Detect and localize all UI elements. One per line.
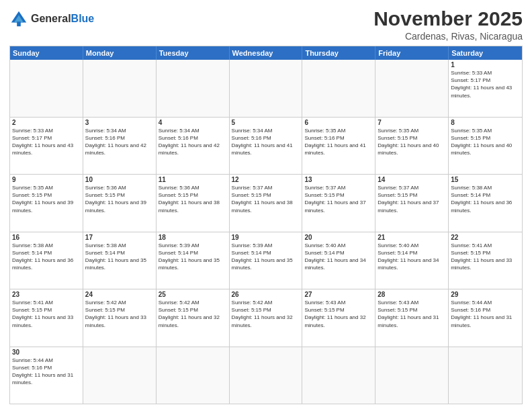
day-number: 5 bbox=[232, 119, 300, 126]
cal-cell: 12Sunrise: 5:37 AM Sunset: 5:15 PM Dayli… bbox=[230, 175, 303, 232]
cal-cell bbox=[230, 347, 303, 404]
day-info: Sunrise: 5:35 AM Sunset: 5:15 PM Dayligh… bbox=[451, 127, 520, 157]
main-title: November 2025 bbox=[373, 7, 523, 31]
cal-cell: 4Sunrise: 5:34 AM Sunset: 5:16 PM Daylig… bbox=[157, 118, 230, 175]
logo-icon bbox=[9, 9, 28, 28]
logo: GeneralBlue bbox=[9, 9, 94, 28]
day-number: 23 bbox=[12, 291, 81, 298]
day-number: 14 bbox=[378, 176, 446, 183]
day-info: Sunrise: 5:37 AM Sunset: 5:15 PM Dayligh… bbox=[304, 184, 373, 214]
calendar: SundayMondayTuesdayWednesdayThursdayFrid… bbox=[9, 46, 523, 404]
day-number: 8 bbox=[451, 119, 520, 126]
cal-header-friday: Friday bbox=[375, 46, 449, 60]
cal-week-3: 9Sunrise: 5:35 AM Sunset: 5:15 PM Daylig… bbox=[10, 175, 522, 232]
day-number: 18 bbox=[159, 234, 227, 241]
cal-week-6: 30Sunrise: 5:44 AM Sunset: 5:16 PM Dayli… bbox=[10, 347, 522, 404]
cal-cell: 27Sunrise: 5:43 AM Sunset: 5:15 PM Dayli… bbox=[302, 289, 375, 347]
cal-cell: 18Sunrise: 5:39 AM Sunset: 5:14 PM Dayli… bbox=[157, 232, 230, 289]
cal-cell bbox=[302, 60, 375, 117]
cal-cell: 25Sunrise: 5:42 AM Sunset: 5:15 PM Dayli… bbox=[157, 289, 230, 347]
day-number: 12 bbox=[232, 176, 300, 183]
cal-cell: 11Sunrise: 5:36 AM Sunset: 5:15 PM Dayli… bbox=[157, 175, 230, 232]
day-info: Sunrise: 5:35 AM Sunset: 5:16 PM Dayligh… bbox=[304, 127, 373, 157]
day-number: 24 bbox=[85, 291, 154, 298]
cal-cell: 19Sunrise: 5:39 AM Sunset: 5:14 PM Dayli… bbox=[230, 232, 303, 289]
day-info: Sunrise: 5:44 AM Sunset: 5:16 PM Dayligh… bbox=[451, 299, 520, 329]
cal-cell bbox=[10, 60, 83, 117]
day-number: 3 bbox=[85, 119, 154, 126]
cal-cell bbox=[449, 347, 522, 404]
day-info: Sunrise: 5:38 AM Sunset: 5:14 PM Dayligh… bbox=[451, 184, 520, 214]
day-info: Sunrise: 5:38 AM Sunset: 5:14 PM Dayligh… bbox=[12, 242, 81, 272]
day-info: Sunrise: 5:34 AM Sunset: 5:16 PM Dayligh… bbox=[159, 127, 227, 157]
cal-cell: 17Sunrise: 5:38 AM Sunset: 5:14 PM Dayli… bbox=[83, 232, 157, 289]
day-info: Sunrise: 5:35 AM Sunset: 5:15 PM Dayligh… bbox=[378, 127, 446, 157]
cal-week-4: 16Sunrise: 5:38 AM Sunset: 5:14 PM Dayli… bbox=[10, 232, 522, 290]
logo-text: GeneralBlue bbox=[31, 13, 94, 25]
cal-cell: 28Sunrise: 5:43 AM Sunset: 5:15 PM Dayli… bbox=[375, 289, 449, 347]
day-info: Sunrise: 5:37 AM Sunset: 5:15 PM Dayligh… bbox=[378, 184, 446, 214]
day-number: 4 bbox=[159, 119, 227, 126]
cal-cell: 24Sunrise: 5:42 AM Sunset: 5:15 PM Dayli… bbox=[83, 289, 157, 347]
cal-header-tuesday: Tuesday bbox=[157, 46, 230, 60]
cal-cell: 14Sunrise: 5:37 AM Sunset: 5:15 PM Dayli… bbox=[375, 175, 449, 232]
cal-header-thursday: Thursday bbox=[302, 46, 375, 60]
day-number: 28 bbox=[378, 291, 446, 298]
day-info: Sunrise: 5:38 AM Sunset: 5:14 PM Dayligh… bbox=[85, 242, 154, 272]
cal-cell bbox=[375, 347, 449, 404]
day-number: 17 bbox=[85, 234, 154, 241]
day-info: Sunrise: 5:44 AM Sunset: 5:16 PM Dayligh… bbox=[12, 357, 81, 387]
cal-header-sunday: Sunday bbox=[10, 46, 83, 60]
cal-week-5: 23Sunrise: 5:41 AM Sunset: 5:15 PM Dayli… bbox=[10, 289, 522, 347]
cal-cell bbox=[83, 347, 157, 404]
day-info: Sunrise: 5:41 AM Sunset: 5:15 PM Dayligh… bbox=[12, 299, 81, 329]
day-info: Sunrise: 5:41 AM Sunset: 5:15 PM Dayligh… bbox=[451, 242, 520, 272]
day-number: 6 bbox=[304, 119, 373, 126]
day-number: 2 bbox=[12, 119, 81, 126]
day-number: 20 bbox=[304, 234, 373, 241]
cal-cell: 16Sunrise: 5:38 AM Sunset: 5:14 PM Dayli… bbox=[10, 232, 83, 289]
cal-cell: 6Sunrise: 5:35 AM Sunset: 5:16 PM Daylig… bbox=[302, 118, 375, 175]
day-number: 9 bbox=[12, 176, 81, 183]
day-info: Sunrise: 5:33 AM Sunset: 5:17 PM Dayligh… bbox=[12, 127, 81, 157]
day-info: Sunrise: 5:40 AM Sunset: 5:14 PM Dayligh… bbox=[378, 242, 446, 272]
cal-header-monday: Monday bbox=[83, 46, 157, 60]
day-number: 7 bbox=[378, 119, 446, 126]
cal-cell: 2Sunrise: 5:33 AM Sunset: 5:17 PM Daylig… bbox=[10, 118, 83, 175]
cal-cell: 29Sunrise: 5:44 AM Sunset: 5:16 PM Dayli… bbox=[449, 289, 522, 347]
day-info: Sunrise: 5:35 AM Sunset: 5:15 PM Dayligh… bbox=[12, 184, 81, 214]
day-number: 16 bbox=[12, 234, 81, 241]
day-info: Sunrise: 5:37 AM Sunset: 5:15 PM Dayligh… bbox=[232, 184, 300, 214]
cal-cell: 30Sunrise: 5:44 AM Sunset: 5:16 PM Dayli… bbox=[10, 347, 83, 404]
cal-cell: 22Sunrise: 5:41 AM Sunset: 5:15 PM Dayli… bbox=[449, 232, 522, 289]
day-number: 30 bbox=[12, 349, 81, 356]
day-number: 27 bbox=[304, 291, 373, 298]
day-info: Sunrise: 5:43 AM Sunset: 5:15 PM Dayligh… bbox=[304, 299, 373, 329]
cal-cell: 8Sunrise: 5:35 AM Sunset: 5:15 PM Daylig… bbox=[449, 118, 522, 175]
day-number: 1 bbox=[451, 61, 520, 68]
cal-cell bbox=[157, 60, 230, 117]
day-number: 11 bbox=[159, 176, 227, 183]
cal-cell: 20Sunrise: 5:40 AM Sunset: 5:14 PM Dayli… bbox=[302, 232, 375, 289]
cal-cell: 3Sunrise: 5:34 AM Sunset: 5:16 PM Daylig… bbox=[83, 118, 157, 175]
day-info: Sunrise: 5:42 AM Sunset: 5:15 PM Dayligh… bbox=[159, 299, 227, 329]
svg-rect-2 bbox=[17, 21, 21, 26]
day-info: Sunrise: 5:39 AM Sunset: 5:14 PM Dayligh… bbox=[232, 242, 300, 272]
calendar-body: 1Sunrise: 5:33 AM Sunset: 5:17 PM Daylig… bbox=[10, 60, 522, 404]
day-number: 22 bbox=[451, 234, 520, 241]
cal-cell: 15Sunrise: 5:38 AM Sunset: 5:14 PM Dayli… bbox=[449, 175, 522, 232]
cal-cell: 26Sunrise: 5:42 AM Sunset: 5:15 PM Dayli… bbox=[230, 289, 303, 347]
cal-cell bbox=[375, 60, 449, 117]
day-number: 10 bbox=[85, 176, 154, 183]
title-block: November 2025 Cardenas, Rivas, Nicaragua bbox=[373, 7, 523, 42]
page: GeneralBlue November 2025 Cardenas, Riva… bbox=[0, 0, 532, 411]
day-info: Sunrise: 5:36 AM Sunset: 5:15 PM Dayligh… bbox=[159, 184, 227, 214]
cal-cell bbox=[230, 60, 303, 117]
sub-title: Cardenas, Rivas, Nicaragua bbox=[373, 31, 523, 42]
day-info: Sunrise: 5:40 AM Sunset: 5:14 PM Dayligh… bbox=[304, 242, 373, 272]
cal-header-saturday: Saturday bbox=[449, 46, 522, 60]
cal-cell: 10Sunrise: 5:36 AM Sunset: 5:15 PM Dayli… bbox=[83, 175, 157, 232]
cal-week-2: 2Sunrise: 5:33 AM Sunset: 5:17 PM Daylig… bbox=[10, 118, 522, 175]
day-number: 15 bbox=[451, 176, 520, 183]
day-number: 21 bbox=[378, 234, 446, 241]
